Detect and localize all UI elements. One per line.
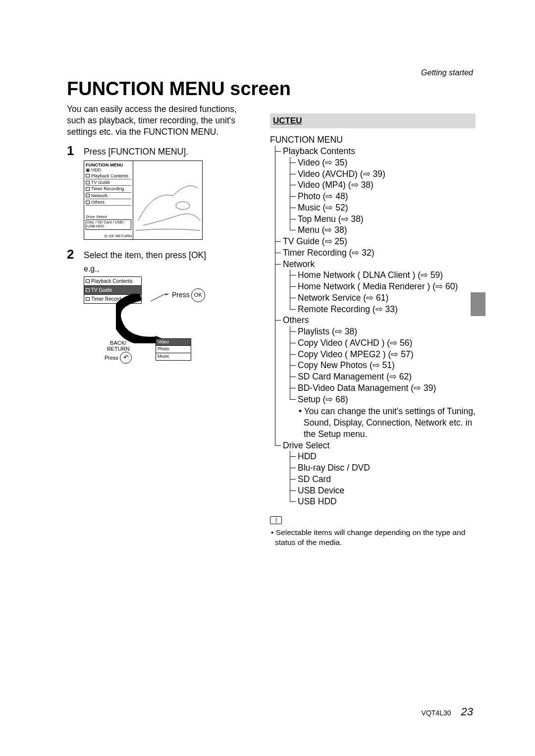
section-tab: [471, 292, 485, 316]
tree-top-menu: Top Menu (⇨ 38): [298, 214, 364, 224]
diagram-list-item: TV Guide: [91, 287, 112, 293]
footer-doc-code: VQT4L30: [422, 709, 451, 717]
tree-playlists: Playlists (⇨ 38): [298, 326, 357, 336]
tree-sd-card-mgmt: SD Card Management (⇨ 62): [298, 372, 412, 381]
step-2-number: 2: [67, 247, 84, 261]
back-label: BACK/: [105, 340, 132, 346]
page-title: FUNCTION MENU screen: [67, 78, 476, 100]
ucteu-label: UCTEU: [273, 116, 302, 125]
tree-remote-recording: Remote Recording (⇨ 33): [298, 304, 398, 314]
tree-video-avchd: Video (AVCHD) (⇨ 39): [298, 169, 385, 179]
function-menu-screenshot: FUNCTION MENU ▣ HDD Playback Contents TV…: [84, 161, 203, 240]
footer-page-number: 23: [461, 705, 473, 718]
tree-bd-dvd: Blu-ray Disc / DVD: [298, 463, 370, 473]
press-label-2: Press: [105, 355, 118, 361]
step-1-number: 1: [67, 143, 84, 157]
svg-marker-2: [165, 294, 169, 295]
screenshot-row: Playback Contents: [91, 173, 128, 178]
return-label: RETURN: [105, 346, 132, 352]
tree-usb-device: USB Device: [298, 486, 344, 495]
tree-copy-new-photos: Copy New Photos (⇨ 51): [298, 360, 395, 370]
section-header: Getting started: [421, 68, 473, 77]
submenu-item: Video: [156, 339, 191, 346]
tree-music: Music (⇨ 52): [298, 203, 348, 213]
tree-setup: Setup (⇨ 68): [298, 394, 348, 404]
flow-arrow: [116, 294, 175, 343]
ucteu-banner: UCTEU: [270, 113, 476, 128]
tree-video: Video (⇨ 35): [298, 158, 347, 167]
screenshot-row: Others: [91, 200, 105, 205]
tree-timer-recording: Timer Recording (⇨ 32): [283, 248, 374, 258]
screenshot-row: TV Guide: [91, 180, 110, 185]
ok-button-icon: OK: [191, 288, 205, 302]
screenshot-drive-label: Drive Select: [86, 215, 131, 219]
step-1-text: Press [FUNCTION MENU].: [84, 143, 248, 158]
screenshot-drive-value: Disc / SD Card / USB / USB-HDD: [86, 219, 131, 230]
svg-point-0: [176, 202, 190, 210]
screenshot-subtitle: ▣ HDD: [86, 167, 131, 172]
screenshot-hint: ◎ OK RETURN: [104, 234, 132, 238]
selection-diagram: Playback Contents TV Guide Timer Record.…: [84, 276, 232, 368]
screenshot-row: Network: [91, 193, 107, 198]
tree-copy-mpeg2: Copy Video ( MPEG2 ) (⇨ 57): [298, 349, 414, 359]
tree-bd-video-mgmt: BD-Video Data Management (⇨ 39): [298, 383, 436, 393]
setup-note: • You can change the unit's settings of …: [298, 406, 476, 439]
note-icon: [270, 516, 282, 524]
intro-paragraph: You can easily access the desired functi…: [67, 104, 248, 137]
diagram-list-item: Playback Contents: [91, 278, 132, 284]
tree-video-mp4: Video (MP4) (⇨ 38): [298, 180, 374, 190]
screenshot-row: Timer Recording: [91, 186, 124, 191]
tree-network-service: Network Service (⇨ 61): [298, 293, 388, 303]
example-label: e.g.,: [84, 264, 248, 274]
tree-drive-select: Drive Select: [283, 440, 329, 450]
tree-menu: Menu (⇨ 38): [298, 225, 347, 235]
screenshot-illustration: [133, 161, 202, 239]
step-2-text: Select the item, then press [OK]: [84, 247, 248, 261]
function-menu-root: FUNCTION MENU: [270, 134, 476, 146]
tree-photo: Photo (⇨ 48): [298, 191, 348, 201]
tree-copy-avchd: Copy Video ( AVCHD ) (⇨ 56): [298, 338, 412, 348]
tree-hdd: HDD: [298, 451, 317, 461]
submenu-item: Music: [156, 353, 191, 360]
tree-dlna-client: Home Network ( DLNA Client ) (⇨ 59): [298, 270, 443, 280]
tree-sd-card: SD Card: [298, 474, 331, 484]
return-button-icon: ↶: [120, 352, 132, 364]
tree-tv-guide: TV Guide (⇨ 25): [283, 236, 347, 246]
menu-tree: Playback Contents Video (⇨ 35) Video (AV…: [270, 146, 476, 507]
screenshot-title: FUNCTION MENU: [86, 162, 131, 167]
tree-media-renderer: Home Network ( Media Renderer ) (⇨ 60): [298, 281, 458, 291]
tree-network: Network: [283, 259, 315, 269]
tree-others: Others: [283, 315, 309, 325]
tree-playback-contents: Playback Contents: [283, 146, 355, 156]
note-text: • Selectable items will change depending…: [270, 528, 476, 547]
submenu-item: Photo: [156, 346, 191, 353]
tree-usb-hdd: USB HDD: [298, 496, 337, 506]
